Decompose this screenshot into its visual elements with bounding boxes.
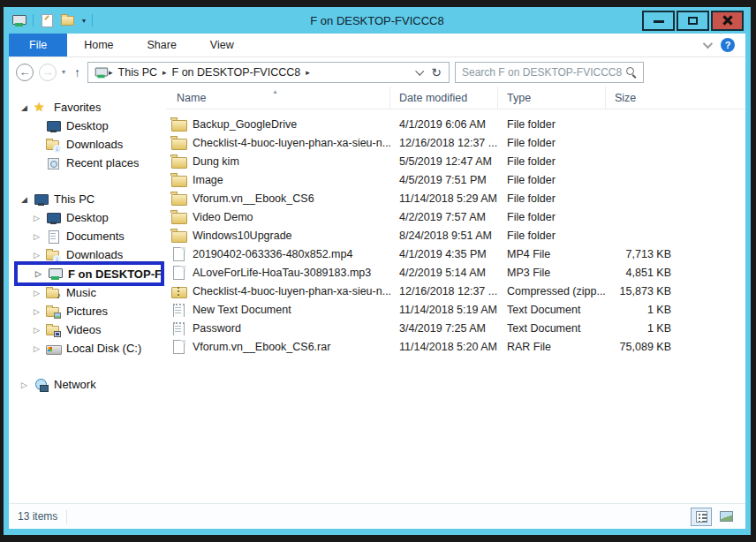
breadcrumb-arrow-icon[interactable]: ▸ — [306, 68, 310, 77]
expander-collapsed-icon[interactable]: ▷ — [34, 307, 46, 316]
sort-ascending-icon: ▲ — [272, 88, 278, 94]
file-name: Dung kim — [193, 155, 239, 168]
column-header-size[interactable]: Size — [606, 87, 678, 109]
expander-collapsed-icon[interactable]: ▷ — [34, 289, 46, 297]
sidebar-item-label: Downloads — [66, 248, 123, 261]
file-size: 15,873 KB — [606, 285, 678, 297]
separator — [92, 14, 93, 26]
thumbnails-view-icon — [720, 511, 733, 522]
file-date-modified: 4/2/2019 5:14 AM — [390, 267, 498, 279]
sidebar-item-label: Music — [66, 286, 96, 299]
sidebar-item-desktop[interactable]: ▷Desktop — [9, 208, 166, 227]
sidebar-item-favorites[interactable]: ◢Favorites — [9, 98, 166, 117]
file-name: Checklist-4-buoc-luyen-phan-xa-sieu-n... — [193, 285, 390, 297]
sidebar-item-f-on-desktop-fvic[interactable]: ▷F on DESKTOP-FVIC — [14, 261, 164, 286]
file-row-vforum-vn-ebook-cs6-rar[interactable]: Vforum.vn__Ebook_CS6.rar11/14/2018 5:20 … — [166, 337, 745, 356]
sidebar-item-this-pc[interactable]: ◢This PC — [9, 190, 166, 208]
thumbnails-view-button[interactable] — [715, 508, 737, 526]
file-row-new-text-document[interactable]: New Text Document11/14/2018 5:19 AMText … — [166, 300, 745, 319]
qat-customize-chevron-icon[interactable]: ▾ — [82, 17, 86, 25]
file-row-dung-kim[interactable]: Dung kim5/5/2019 12:47 AMFile folder — [166, 152, 745, 170]
tab-share[interactable]: Share — [131, 34, 193, 56]
file-size: 4,851 KB — [606, 267, 678, 279]
breadcrumb-current-folder[interactable]: F on DESKTOP-FVICCC8 — [169, 66, 305, 79]
folder-icon — [171, 209, 187, 224]
sidebar-item-label: Pictures — [66, 305, 108, 318]
sidebar-item-downloads[interactable]: ↓Downloads — [9, 135, 166, 154]
breadcrumb-arrow-icon[interactable]: ▸ — [163, 68, 167, 77]
file-row-backup-googledrive[interactable]: Backup_GoogleDrive4/1/2019 6:06 AMFile f… — [166, 115, 745, 133]
docs-icon — [46, 230, 61, 244]
tab-view[interactable]: View — [193, 34, 251, 56]
address-bar[interactable]: ▸ This PC ▸ F on DESKTOP-FVICCC8 ▸ ↻ — [87, 62, 450, 83]
folder-down-icon: ↓ — [46, 248, 61, 262]
column-header-name[interactable]: Name — [166, 87, 390, 109]
separator — [33, 14, 34, 26]
view-switcher — [691, 508, 737, 526]
sidebar-item-label: Network — [54, 378, 96, 391]
file-row-windows10upgrade[interactable]: Windows10Upgrade8/24/2018 9:51 AMFile fo… — [166, 226, 745, 245]
sidebar-item-pictures[interactable]: ▷Pictures — [9, 302, 166, 320]
zip-icon — [171, 283, 187, 298]
file-row-video-demo[interactable]: Video Demo4/2/2019 7:57 AMFile folder — [166, 207, 745, 226]
up-button[interactable]: ↑ — [71, 65, 87, 79]
expander-expanded-icon[interactable]: ◢ — [21, 195, 34, 204]
file-row-password[interactable]: Password3/4/2019 7:25 AMText Document1 K… — [166, 319, 745, 337]
expander-collapsed-icon[interactable]: ▷ — [34, 251, 46, 260]
file-row-aloveforlife-hoatau-3089183-mp3[interactable]: ALoveForLife-HoaTau-3089183.mp34/2/2019 … — [166, 263, 745, 282]
file-list-pane: ▲ Name Date modified Type Size Backup_Go… — [166, 87, 745, 503]
sidebar-item-desktop[interactable]: Desktop — [9, 117, 166, 135]
maximize-button[interactable] — [677, 11, 709, 31]
tab-file[interactable]: File — [9, 34, 67, 56]
sidebar-item-videos[interactable]: ▷Videos — [9, 320, 166, 339]
file-row-checklist-4-buoc-luyen-phan-xa-sieu-n[interactable]: Checklist-4-buoc-luyen-phan-xa-sieu-n...… — [166, 282, 745, 300]
monitor-icon — [34, 192, 49, 207]
tab-home[interactable]: Home — [67, 34, 130, 56]
sidebar-item-music[interactable]: ▷♪Music — [9, 283, 166, 302]
search-icon[interactable] — [625, 66, 637, 78]
details-view-button[interactable] — [691, 508, 712, 526]
expander-collapsed-icon[interactable]: ▷ — [34, 214, 46, 222]
file-type: MP3 File — [498, 267, 606, 279]
expander-collapsed-icon[interactable]: ▷ — [21, 380, 34, 389]
help-icon[interactable]: ? — [721, 38, 735, 52]
forward-button[interactable]: → — [39, 64, 57, 81]
title-bar: ▾ F on DESKTOP-FVICCC8 — [4, 7, 751, 34]
column-header-type[interactable]: Type — [498, 87, 606, 109]
file-row-vforum-vn-ebook-cs6[interactable]: Vforum.vn__Ebook_CS611/14/2018 5:29 AMFi… — [166, 189, 745, 207]
close-button[interactable] — [711, 11, 744, 31]
file-type: Compressed (zipp... — [498, 285, 606, 297]
sidebar-item-documents[interactable]: ▷Documents — [9, 227, 166, 245]
expander-collapsed-icon[interactable]: ▷ — [34, 326, 46, 335]
monitor-icon — [46, 211, 61, 225]
refresh-icon[interactable]: ↻ — [431, 66, 442, 79]
expander-collapsed-icon[interactable]: ▷ — [34, 232, 46, 241]
minimize-button[interactable] — [642, 11, 675, 31]
properties-icon[interactable] — [40, 13, 55, 27]
file-name: Vforum.vn__Ebook_CS6.rar — [193, 341, 330, 353]
expander-collapsed-icon[interactable]: ▷ — [34, 344, 46, 353]
text-icon — [171, 320, 187, 335]
file-row-checklist-4-buoc-luyen-phan-xa-sieu-n[interactable]: Checklist-4-buoc-luyen-phan-xa-sieu-n...… — [166, 133, 745, 152]
file-icon — [171, 339, 187, 354]
expand-ribbon-chevron-icon[interactable] — [703, 39, 713, 49]
address-dropdown-chevron-icon[interactable] — [416, 67, 425, 76]
sidebar-item-recent-places[interactable]: Recent places — [9, 154, 166, 172]
expander-collapsed-icon[interactable]: ▷ — [35, 269, 48, 278]
file-type: RAR File — [498, 341, 606, 353]
file-row-image[interactable]: Image4/5/2019 7:51 PMFile folder — [166, 170, 745, 189]
column-header-date-modified[interactable]: Date modified — [390, 87, 498, 109]
new-folder-icon[interactable] — [61, 16, 74, 26]
text-icon — [171, 302, 187, 317]
folder-icon — [171, 172, 187, 187]
search-input[interactable] — [462, 66, 625, 79]
sidebar-item-local-disk-c[interactable]: ▷Local Disk (C:) — [9, 339, 166, 358]
sidebar-item-network[interactable]: ▷Network — [9, 375, 166, 394]
recent-locations-chevron-icon[interactable]: ▾ — [57, 68, 71, 76]
breadcrumb-arrow-icon[interactable]: ▸ — [109, 68, 113, 77]
file-row-20190402-063336-480x852-mp4[interactable]: 20190402-063336-480x852.mp44/1/2019 4:35… — [166, 245, 745, 263]
back-button[interactable]: ← — [16, 64, 34, 81]
breadcrumb-this-pc[interactable]: This PC — [115, 66, 161, 79]
expander-expanded-icon[interactable]: ◢ — [21, 103, 34, 112]
file-size: 1 KB — [606, 304, 678, 316]
